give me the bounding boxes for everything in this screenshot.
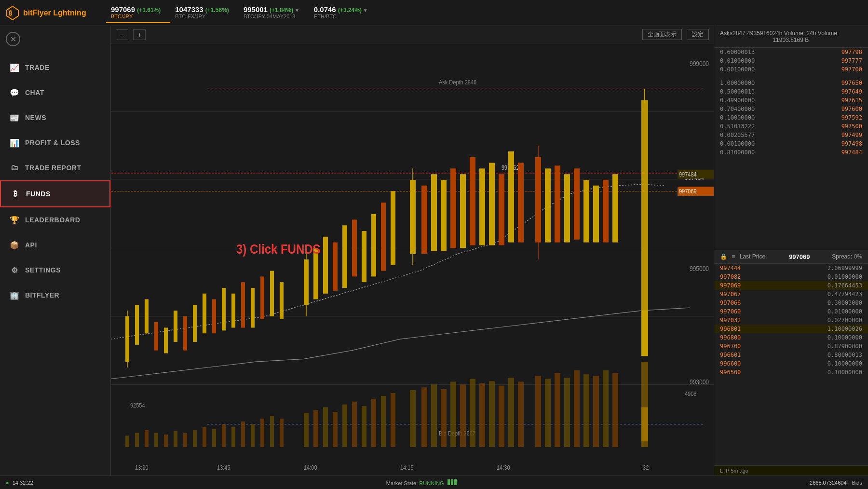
ob-bids: 997444 2.06999999 997082 0.01000000 9970…: [714, 264, 868, 466]
ob-ask-row: 0.00205577 997499: [714, 131, 868, 139]
svg-rect-64: [460, 174, 466, 248]
ticker-item-3[interactable]: 0.0746 (+3.24%) ▼ ETH/BTC: [309, 2, 378, 23]
sidebar-item-api[interactable]: 📦 API: [0, 232, 110, 258]
sidebar-item-chat[interactable]: 💬 CHAT: [0, 80, 110, 105]
ob-volume-value: 2847.49359160: [732, 30, 773, 43]
svg-rect-103: [280, 419, 284, 447]
ob-ask-row: [714, 74, 868, 79]
ob-ask-row: 0.51013222 997500: [714, 122, 868, 131]
ask-price: 997499: [841, 132, 862, 138]
sidebar-item-news[interactable]: 📰 NEWS: [0, 105, 110, 130]
svg-rect-114: [410, 390, 416, 447]
bid-size: 1.10000026: [827, 326, 862, 332]
svg-rect-117: [441, 389, 447, 447]
sidebar-item-trade[interactable]: 📈 TRADE: [0, 55, 110, 80]
ob-ask-row: 0.00100000 997700: [714, 65, 868, 74]
sidebar-item-leaderboard[interactable]: 🏆 LEADERBOARD: [0, 207, 110, 232]
svg-text:14:30: 14:30: [497, 464, 510, 471]
svg-rect-102: [270, 416, 274, 447]
bid-size: 2.06999999: [827, 265, 862, 272]
svg-rect-134: [612, 373, 618, 447]
sidebar-item-profit-loss[interactable]: 📊 PROFIT & LOSS: [0, 130, 110, 155]
ob-bid-row: 997032 0.02700000: [714, 316, 868, 325]
spread-value: 0%: [854, 253, 862, 260]
last-price-value: 997069: [789, 253, 810, 260]
ticker-item-2[interactable]: 995001 (+1.84%) ▼ BTC/JPY-04MAY2018: [239, 2, 309, 23]
ticker-item-0[interactable]: 997069 (+1.61%) BTC/JPY: [106, 2, 170, 23]
ask-price: 997777: [841, 57, 862, 64]
market-state-label: Market State:: [386, 480, 418, 486]
logo-icon: ₿: [5, 5, 20, 21]
bid-size: 0.17664453: [827, 282, 862, 289]
svg-rect-82: [641, 100, 648, 328]
svg-rect-126: [535, 376, 541, 447]
svg-rect-31: [154, 322, 158, 351]
ob-ask-row: 0.81000000 997484: [714, 148, 868, 157]
svg-rect-51: [342, 225, 347, 288]
ob-ask-row: 0.00100000 997498: [714, 139, 868, 148]
svg-rect-68: [499, 174, 504, 245]
chart-settings-button[interactable]: 設定: [687, 29, 709, 40]
logo-text: bitFlyer Lghtning: [23, 9, 86, 17]
svg-rect-119: [460, 384, 466, 447]
svg-rect-131: [583, 374, 589, 447]
zoom-out-button[interactable]: −: [116, 29, 128, 40]
svg-rect-76: [564, 174, 570, 242]
svg-rect-69: [508, 151, 514, 243]
chart-canvas: 999000 997484 997069 995000 993000 4908 …: [111, 43, 714, 475]
bid-price: 997069: [720, 282, 741, 289]
ob-ask-row: 0.60000013 997798: [714, 48, 868, 56]
bids-label: Bids: [852, 480, 862, 486]
svg-text::32: :32: [641, 464, 649, 471]
ask-price: 997615: [841, 97, 862, 104]
profit-loss-icon: 📊: [10, 138, 19, 148]
svg-rect-122: [489, 381, 495, 447]
ob-ask-row: 0.50000013 997649: [714, 87, 868, 96]
ticker-item-1[interactable]: 1047333 (+1.56%) BTC-FX/JPY: [170, 2, 239, 23]
svg-rect-42: [260, 276, 264, 319]
bid-size: 0.80000013: [827, 352, 862, 358]
svg-rect-33: [174, 311, 177, 342]
svg-rect-55: [381, 203, 386, 271]
bid-size: 0.87900000: [827, 343, 862, 350]
ask-price: 997592: [841, 114, 862, 121]
svg-rect-129: [564, 378, 570, 447]
fullscreen-button[interactable]: 全画面表示: [642, 29, 682, 40]
ob-bid-row: 997067 0.47794423: [714, 290, 868, 299]
svg-rect-56: [391, 191, 395, 265]
svg-rect-87: [125, 435, 129, 447]
bid-size: 0.02700000: [827, 317, 862, 324]
zoom-in-button[interactable]: +: [133, 29, 146, 40]
svg-rect-89: [145, 430, 149, 447]
status-price: 2668.07324604: [810, 480, 846, 486]
api-icon: 📦: [10, 240, 19, 250]
sidebar-item-funds[interactable]: ₿ FUNDS: [0, 180, 110, 207]
svg-rect-116: [431, 384, 437, 447]
sidebar-item-settings[interactable]: ⚙ SETTINGS: [0, 258, 110, 283]
bid-price: 997066: [720, 299, 741, 306]
svg-rect-132: [593, 376, 599, 447]
ob-bid-row: 996601 0.80000013: [714, 351, 868, 359]
sidebar-item-trade-report[interactable]: 🗂 TRADE REPORT: [0, 155, 110, 180]
ob-ask-row: 0.70400000 997600: [714, 105, 868, 113]
sidebar-item-label-funds: FUNDS: [26, 190, 51, 198]
svg-rect-26: [125, 316, 129, 362]
svg-rect-41: [251, 288, 255, 328]
svg-rect-65: [470, 157, 475, 245]
svg-text:3) Click FUNDS: 3) Click FUNDS: [236, 241, 321, 257]
svg-rect-97: [222, 424, 226, 447]
svg-rect-85: [641, 311, 648, 356]
ob-bid-row: 996600 0.10000000: [714, 359, 868, 368]
settings-icon: ⚙: [10, 265, 19, 275]
ask-size: 0.51013222: [720, 123, 755, 130]
ask-size: 0.49900000: [720, 97, 755, 104]
svg-rect-37: [212, 299, 216, 334]
close-button[interactable]: ✕: [6, 32, 20, 46]
status-bar: ● 14:32:22 Market State: RUNNING 2668.07…: [0, 475, 868, 489]
sidebar-item-bitflyer[interactable]: 🏢 BITFLYER: [0, 283, 110, 308]
ask-price: 997700: [841, 66, 862, 73]
nav-items: 📈 TRADE 💬 CHAT 📰 NEWS 📊 PROFIT & LOSS 🗂 …: [0, 55, 110, 308]
svg-rect-101: [260, 419, 264, 447]
ask-size: 0.81000000: [720, 149, 755, 156]
svg-text:13:30: 13:30: [135, 464, 149, 471]
